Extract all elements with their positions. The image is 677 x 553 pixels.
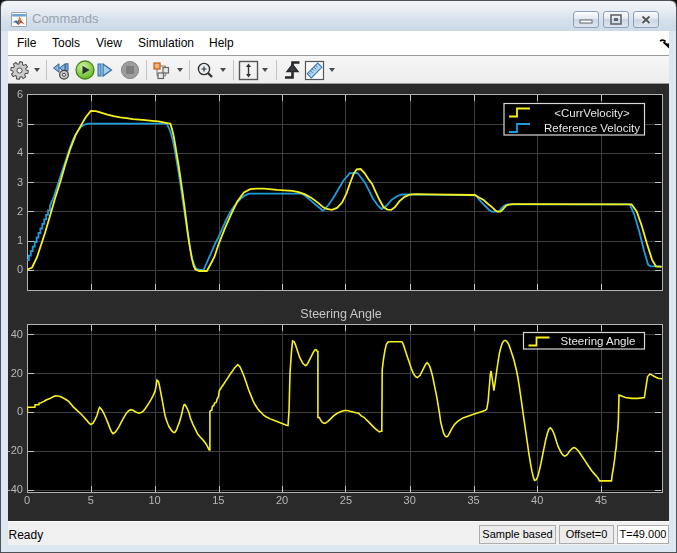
- svg-text:45: 45: [595, 494, 607, 506]
- svg-text:0: 0: [17, 263, 23, 275]
- svg-text:0: 0: [24, 494, 30, 506]
- svg-text:15: 15: [212, 494, 224, 506]
- svg-text:35: 35: [467, 494, 479, 506]
- svg-text:5: 5: [88, 494, 94, 506]
- svg-text:20: 20: [11, 367, 23, 379]
- svg-text:6: 6: [17, 88, 23, 100]
- svg-text:20: 20: [276, 494, 288, 506]
- svg-text:5: 5: [17, 117, 23, 129]
- svg-text:1: 1: [17, 234, 23, 246]
- svg-text:40: 40: [11, 328, 23, 340]
- svg-text:0: 0: [17, 405, 23, 417]
- svg-text:10: 10: [148, 494, 160, 506]
- svg-text:4: 4: [17, 146, 23, 158]
- svg-text:3: 3: [17, 176, 23, 188]
- svg-text:-20: -20: [8, 444, 23, 456]
- svg-text:Steering Angle: Steering Angle: [561, 335, 636, 347]
- svg-text:30: 30: [404, 494, 416, 506]
- svg-text:-40: -40: [8, 483, 23, 495]
- svg-text:2: 2: [17, 205, 23, 217]
- svg-text:<CurrVelocity>: <CurrVelocity>: [554, 107, 630, 119]
- svg-text:25: 25: [340, 494, 352, 506]
- svg-text:40: 40: [531, 494, 543, 506]
- svg-text:Reference Velocity: Reference Velocity: [544, 122, 640, 134]
- svg-text:Steering Angle: Steering Angle: [300, 307, 381, 321]
